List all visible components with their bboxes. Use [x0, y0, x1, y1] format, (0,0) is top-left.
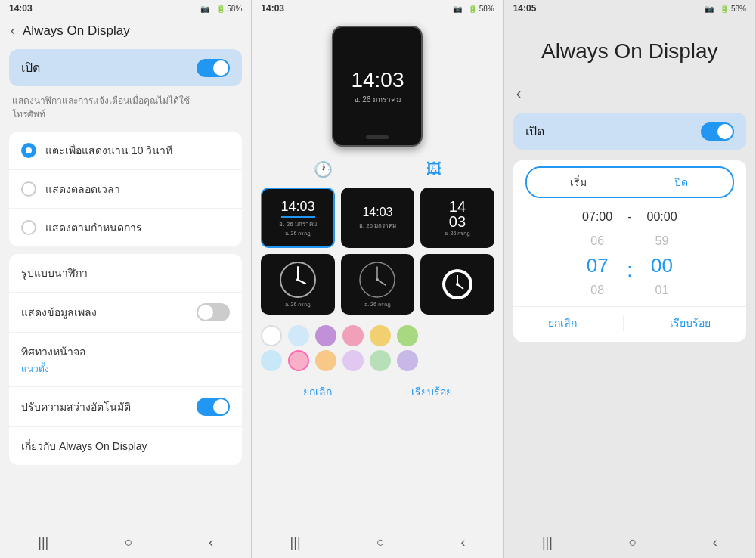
- color-rose[interactable]: [288, 350, 309, 371]
- color-lightblue[interactable]: [288, 325, 309, 346]
- nav-menu-1[interactable]: |||: [38, 535, 48, 550]
- clock-card-2[interactable]: 14:03 อ. 26 มกราคม: [341, 188, 414, 248]
- hour-07[interactable]: 07: [571, 251, 624, 281]
- nav-home-2[interactable]: ○: [376, 535, 385, 550]
- mockup-date: อ. 26 มกราคม: [354, 94, 401, 105]
- nav-menu-3[interactable]: |||: [542, 535, 553, 550]
- color-yellow[interactable]: [370, 325, 391, 346]
- desc-text-1: แสดงนาฬิกาและการแจ้งเตือนเมื่อคุณไม่ได้ใ…: [0, 91, 251, 129]
- music-toggle[interactable]: [197, 303, 230, 321]
- nav-back-2[interactable]: ‹: [460, 535, 465, 550]
- nav-menu-2[interactable]: |||: [290, 535, 301, 550]
- time-display: 07:00 - 00:00: [513, 206, 746, 228]
- tabs-row: 🕐 🖼: [252, 156, 503, 183]
- color-violet[interactable]: [397, 350, 418, 371]
- settings-row-brightness[interactable]: ปรับความสว่างอัตโนมัติ: [9, 387, 242, 427]
- status-bar-1: 14:03 📷 🔋 58%: [0, 0, 251, 17]
- toggle-switch-3[interactable]: [701, 122, 734, 141]
- time-picker-card: เริ่ม ปิด 07:00 - 00:00 06 07 08 : 59 00…: [513, 160, 746, 342]
- page-title-3: Always On Display: [504, 17, 755, 79]
- toggle-row-1[interactable]: เปิด: [9, 49, 242, 86]
- status-time-3: 14:05: [513, 3, 537, 14]
- panel-1: 14:03 📷 🔋 58% ‹ Always On Display เปิด แ…: [0, 0, 252, 558]
- cancel-button-2[interactable]: ยกเลิก: [303, 383, 332, 400]
- action-divider: [623, 315, 624, 331]
- color-green[interactable]: [397, 325, 418, 346]
- color-purple[interactable]: [315, 325, 336, 346]
- brightness-toggle[interactable]: [197, 398, 230, 416]
- clock-card-5[interactable]: อ. 26 กรกฎ: [341, 254, 414, 315]
- phone-preview: 14:03 อ. 26 มกราคม: [252, 17, 503, 156]
- clock-grid: 14:03 อ. 26 มกราคม อ. 26 กรกฎ 14:03 อ. 2…: [252, 183, 503, 319]
- clock-card-4[interactable]: อ. 26 กรกฎ: [261, 254, 334, 315]
- ok-button-3[interactable]: เรียบร้อย: [670, 315, 711, 331]
- radio-item-1[interactable]: แตะเพื่อแสดงนาน 10 วินาที: [9, 132, 242, 170]
- bottom-nav-1: ||| ○ ‹: [0, 529, 251, 558]
- time-actions: ยกเลิก เรียบร้อย: [513, 306, 746, 336]
- status-icons-1: 📷 🔋 58%: [200, 5, 242, 13]
- color-skyblue[interactable]: [261, 350, 282, 371]
- min-59[interactable]: 59: [635, 231, 688, 251]
- back-icon-3[interactable]: ‹: [504, 79, 755, 108]
- end-time: 00:00: [646, 210, 677, 224]
- settings-row-orientation[interactable]: ทิศทางหน้าจอ แนวตั้ง: [9, 333, 242, 387]
- nav-back-3[interactable]: ‹: [713, 535, 717, 550]
- hour-06[interactable]: 06: [571, 231, 624, 251]
- min-00[interactable]: 00: [635, 251, 688, 281]
- seg-control: เริ่ม ปิด: [525, 166, 734, 198]
- panel-3: 14:05 📷 🔋 58% Always On Display ‹ เปิด เ…: [504, 0, 756, 558]
- color-white[interactable]: [261, 325, 282, 346]
- nav-home-1[interactable]: ○: [125, 535, 133, 550]
- tab-clock-icon[interactable]: 🕐: [314, 160, 333, 178]
- status-bar-2: 14:03 📷 🔋 58%: [252, 0, 503, 17]
- action-row-2: ยกเลิก เรียบร้อย: [252, 377, 503, 406]
- seg-start[interactable]: เริ่ม: [527, 168, 630, 197]
- analog-clock-2: [358, 261, 396, 299]
- color-lavender[interactable]: [342, 350, 364, 371]
- hour-picker: 06 07 08: [571, 231, 624, 300]
- cancel-button-3[interactable]: ยกเลิก: [548, 315, 577, 331]
- clock-card-3[interactable]: 14 03 อ. 26 กรกฎ: [420, 188, 494, 248]
- mockup-time: 14:03: [351, 68, 404, 92]
- hour-08[interactable]: 08: [571, 281, 624, 300]
- color-palette: [252, 319, 503, 377]
- clock-card-1[interactable]: 14:03 อ. 26 มกราคม อ. 26 กรกฎ: [261, 188, 334, 248]
- brightness-label: ปรับความสว่างอัตโนมัติ: [21, 398, 131, 415]
- toggle-label-1: เปิด: [21, 58, 40, 77]
- radio-item-2[interactable]: แสดงตลอดเวลา: [9, 170, 242, 209]
- orientation-sub: แนวตั้ง: [21, 361, 85, 376]
- page-title-1: Always On Display: [23, 23, 130, 39]
- color-row-2: [261, 350, 494, 371]
- color-orange[interactable]: [315, 350, 336, 371]
- bottom-nav-3: ||| ○ ‹: [504, 529, 755, 558]
- svg-point-7: [376, 278, 379, 281]
- time-colon: :: [627, 250, 632, 282]
- settings-row-music[interactable]: แสดงข้อมูลเพลง: [9, 293, 242, 333]
- radio-circle-2: [21, 181, 36, 197]
- radio-item-3[interactable]: แสดงตามกำหนดการ: [9, 209, 242, 246]
- back-icon-1[interactable]: ‹: [11, 23, 15, 39]
- nav-home-3[interactable]: ○: [628, 535, 637, 550]
- tab-image-icon[interactable]: 🖼: [426, 160, 442, 178]
- min-01[interactable]: 01: [635, 281, 688, 300]
- done-button-2[interactable]: เรียบร้อย: [411, 383, 452, 400]
- status-icons-2: 📷 🔋 58%: [453, 5, 494, 13]
- start-time: 07:00: [582, 210, 612, 224]
- color-pink[interactable]: [342, 325, 364, 346]
- toggle-row-3[interactable]: เปิด: [513, 113, 746, 150]
- settings-row-about[interactable]: เกี่ยวกับ Always On Display: [9, 427, 242, 465]
- nav-back-1[interactable]: ‹: [209, 535, 213, 550]
- mockup-notch: [366, 135, 389, 139]
- seg-end[interactable]: ปิด: [630, 168, 733, 197]
- color-row-1: [261, 325, 494, 346]
- color-mint[interactable]: [370, 350, 391, 371]
- status-bar-3: 14:05 📷 🔋 58%: [504, 0, 755, 17]
- music-label: แสดงข้อมูลเพลง: [21, 304, 97, 321]
- panel-2: 14:03 📷 🔋 58% 14:03 อ. 26 มกราคม 🕐 🖼 14:…: [252, 0, 503, 558]
- toggle-switch-1[interactable]: [197, 59, 230, 77]
- settings-row-clock-style[interactable]: รูปแบบนาฬิกา: [9, 254, 242, 293]
- clock-card-6[interactable]: [420, 254, 494, 315]
- orientation-label: ทิศทางหน้าจอ: [21, 343, 85, 360]
- status-icons-3: 📷 🔋 58%: [705, 5, 746, 13]
- svg-point-3: [296, 278, 299, 281]
